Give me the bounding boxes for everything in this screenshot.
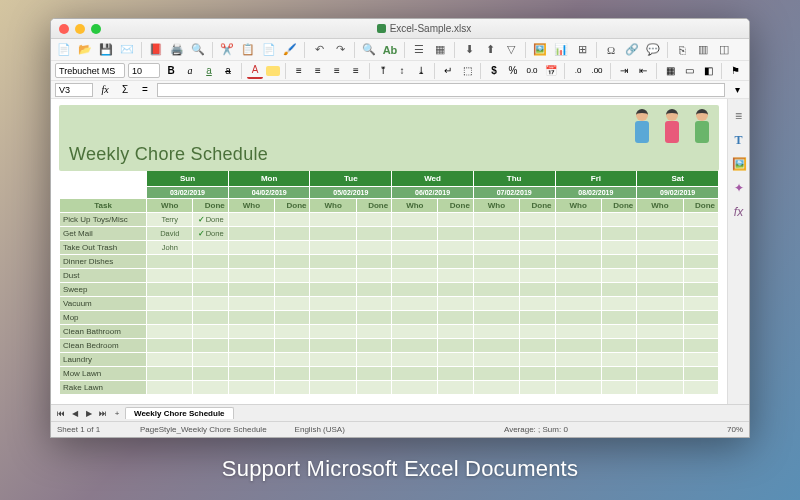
done-cell[interactable] (601, 297, 636, 311)
who-cell[interactable]: John (147, 241, 193, 255)
italic-icon[interactable]: a (182, 63, 198, 79)
pivot-icon[interactable]: ⊞ (573, 41, 591, 59)
copy-icon[interactable]: 📋 (239, 41, 257, 59)
who-cell[interactable] (637, 311, 683, 325)
done-cell[interactable] (438, 213, 473, 227)
who-cell[interactable] (310, 227, 356, 241)
sidebar-navigator-icon[interactable]: ✦ (732, 181, 746, 195)
done-cell[interactable] (438, 297, 473, 311)
done-cell[interactable] (438, 255, 473, 269)
email-icon[interactable]: ✉️ (118, 41, 136, 59)
who-cell[interactable] (228, 381, 274, 395)
date-header[interactable]: 04/02/2019 (228, 187, 310, 199)
status-summary[interactable]: Average: ; Sum: 0 (373, 425, 699, 434)
done-cell[interactable] (356, 381, 391, 395)
done-cell[interactable] (356, 241, 391, 255)
done-cell[interactable] (438, 353, 473, 367)
who-cell[interactable]: Terry (147, 213, 193, 227)
who-cell[interactable] (473, 269, 519, 283)
who-cell[interactable] (228, 297, 274, 311)
formula-dropdown-icon[interactable]: ▾ (729, 82, 745, 98)
done-cell[interactable] (275, 311, 310, 325)
done-cell[interactable] (520, 255, 555, 269)
done-cell[interactable] (520, 227, 555, 241)
done-cell[interactable] (520, 311, 555, 325)
who-cell[interactable] (637, 325, 683, 339)
task-cell[interactable]: Pick Up Toys/Misc (60, 213, 147, 227)
who-cell[interactable] (310, 241, 356, 255)
task-cell[interactable]: Get Mail (60, 227, 147, 241)
who-cell[interactable] (228, 353, 274, 367)
done-cell[interactable] (438, 381, 473, 395)
done-cell[interactable] (601, 213, 636, 227)
done-cell[interactable] (438, 269, 473, 283)
done-cell[interactable] (683, 325, 719, 339)
who-cell[interactable] (473, 283, 519, 297)
done-cell[interactable] (275, 269, 310, 283)
done-cell[interactable] (193, 339, 228, 353)
sum-icon[interactable]: Σ (117, 82, 133, 98)
done-cell[interactable] (601, 269, 636, 283)
who-cell[interactable] (555, 297, 601, 311)
task-cell[interactable]: Rake Lawn (60, 381, 147, 395)
done-cell[interactable] (356, 325, 391, 339)
hyperlink-icon[interactable]: 🔗 (623, 41, 641, 59)
who-cell[interactable] (228, 241, 274, 255)
align-center-icon[interactable]: ≡ (310, 63, 326, 79)
headers-footers-icon[interactable]: ⎘ (673, 41, 691, 59)
who-cell[interactable] (555, 227, 601, 241)
done-cell[interactable] (520, 241, 555, 255)
done-cell[interactable] (601, 227, 636, 241)
align-top-icon[interactable]: ⤒ (375, 63, 391, 79)
wrap-text-icon[interactable]: ↵ (440, 63, 456, 79)
who-cell[interactable] (392, 339, 438, 353)
who-cell[interactable] (637, 381, 683, 395)
task-cell[interactable]: Mop (60, 311, 147, 325)
who-cell[interactable] (555, 269, 601, 283)
who-cell[interactable] (147, 297, 193, 311)
who-cell[interactable] (473, 297, 519, 311)
done-cell[interactable] (601, 339, 636, 353)
who-cell[interactable] (392, 311, 438, 325)
date-header[interactable]: 09/02/2019 (637, 187, 719, 199)
done-cell[interactable] (356, 297, 391, 311)
print-icon[interactable]: 🖨️ (168, 41, 186, 59)
highlight-color-icon[interactable] (266, 66, 280, 76)
underline-icon[interactable]: a (201, 63, 217, 79)
align-left-icon[interactable]: ≡ (291, 63, 307, 79)
done-cell[interactable] (193, 269, 228, 283)
done-cell[interactable] (275, 213, 310, 227)
done-cell[interactable] (520, 283, 555, 297)
day-header[interactable]: Thu (473, 171, 555, 187)
done-cell[interactable] (275, 325, 310, 339)
who-cell[interactable] (310, 367, 356, 381)
font-name-select[interactable] (55, 63, 125, 78)
done-cell[interactable] (683, 381, 719, 395)
sidebar-properties-icon[interactable]: ≡ (732, 109, 746, 123)
tab-add-icon[interactable]: + (111, 407, 123, 419)
who-cell[interactable] (310, 353, 356, 367)
done-cell[interactable] (356, 311, 391, 325)
tab-active[interactable]: Weekly Chore Schedule (125, 407, 234, 419)
freeze-icon[interactable]: ▥ (694, 41, 712, 59)
done-cell[interactable] (438, 311, 473, 325)
who-cell[interactable] (473, 227, 519, 241)
done-cell[interactable] (520, 297, 555, 311)
col-task[interactable]: Task (60, 199, 147, 213)
date-header[interactable]: 05/02/2019 (310, 187, 392, 199)
col-who[interactable]: Who (555, 199, 601, 213)
done-cell[interactable] (356, 269, 391, 283)
number-format-icon[interactable]: 0.0 (524, 63, 540, 79)
day-header[interactable]: Wed (392, 171, 474, 187)
done-cell[interactable] (193, 311, 228, 325)
done-cell[interactable] (275, 367, 310, 381)
who-cell[interactable] (147, 311, 193, 325)
done-cell[interactable] (193, 297, 228, 311)
day-header[interactable]: Sat (637, 171, 719, 187)
task-cell[interactable]: Vacuum (60, 297, 147, 311)
done-cell[interactable] (683, 269, 719, 283)
done-cell[interactable] (601, 381, 636, 395)
cut-icon[interactable]: ✂️ (218, 41, 236, 59)
who-cell[interactable] (310, 269, 356, 283)
increase-indent-icon[interactable]: ⇥ (616, 63, 632, 79)
